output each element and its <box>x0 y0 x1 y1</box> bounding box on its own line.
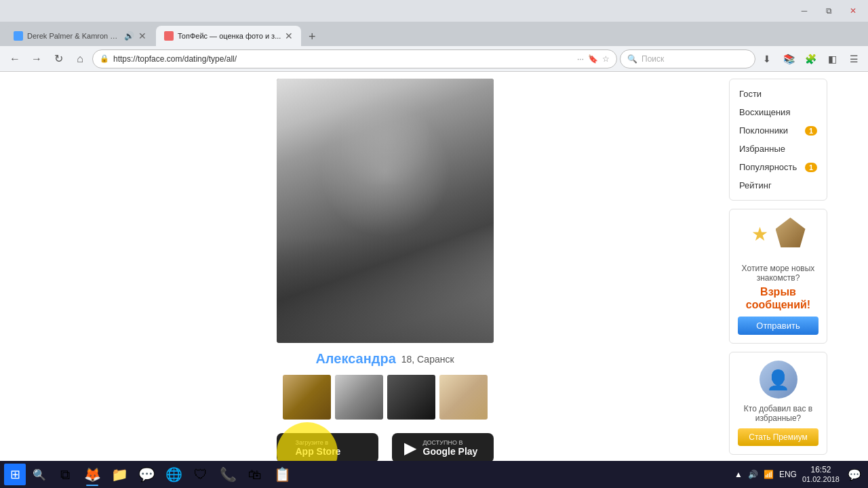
profile-meta: 18, Саранск <box>401 354 454 365</box>
tab-favicon-1 <box>14 31 23 41</box>
taskbar-tray: ▲ 🔊 📶 ENG 16:52 01.02.2018 💬 <box>734 465 864 484</box>
tab-derek[interactable]: Derek Palmer & Kamron Sc... 🔊 ✕ <box>5 26 155 46</box>
taskbar-search-button[interactable]: 🔍 <box>28 464 50 485</box>
taskbar-lang[interactable]: ENG <box>779 470 797 479</box>
page-content: Александра 18, Саранск Загрузите в App S… <box>0 72 868 461</box>
yellow-highlight <box>277 422 338 461</box>
menu-favorites[interactable]: Избранные <box>730 140 827 158</box>
sidebar-icon[interactable]: ◧ <box>823 50 841 68</box>
menu-popularity-label: Популярность <box>739 162 797 172</box>
promo-button[interactable]: Отправить <box>738 317 818 335</box>
tab-label-1: Derek Palmer & Kamron Sc... <box>27 32 120 40</box>
taskbar-chrome[interactable]: 🌐 <box>161 462 186 487</box>
play-icon: ▶ <box>404 439 416 458</box>
profile-name-row: Александра 18, Саранск <box>315 351 454 367</box>
taskbar-date: 01.02.2018 <box>802 475 840 484</box>
menu-popularity[interactable]: Популярность 1 <box>730 158 827 176</box>
googleplay-button[interactable]: ▶ ДОСТУПНО В Google Play <box>392 433 494 461</box>
browser-chrome: ─ ⧉ ✕ Derek Palmer & Kamron Sc... 🔊 ✕ То… <box>0 0 868 72</box>
promo-headline: Взрыв сообщений! <box>738 285 818 311</box>
menu-popularity-badge: 1 <box>805 163 817 172</box>
taskbar-whatsapp[interactable]: 💬 <box>134 462 159 487</box>
menu-icon[interactable]: ☰ <box>845 50 863 68</box>
googleplay-sublabel: ДОСТУПНО В <box>423 439 478 446</box>
center-content: Александра 18, Саранск Загрузите в App S… <box>41 72 729 461</box>
taskbar-firefox[interactable]: 🦊 <box>80 462 104 487</box>
promo-star-icon: ★ <box>751 223 768 245</box>
close-button[interactable]: ✕ <box>844 1 863 20</box>
back-button[interactable]: ← <box>5 49 24 68</box>
menu-guests-label: Гости <box>739 89 762 99</box>
search-placeholder: Поиск <box>642 54 664 64</box>
menu-fans[interactable]: Поклонники 1 <box>730 121 827 140</box>
who-added-card: 👤 Кто добавил вас в избранные? Стать Пре… <box>729 352 827 455</box>
menu-rating-label: Рейтинг <box>739 180 772 190</box>
reload-button[interactable]: ↻ <box>49 49 68 68</box>
menu-admiration[interactable]: Восхищения <box>730 103 827 121</box>
right-sidebar: Гости Восхищения Поклонники 1 Избранные … <box>729 72 827 461</box>
minimize-button[interactable]: ─ <box>795 1 814 20</box>
taskbar-up-arrow[interactable]: ▲ <box>734 470 743 479</box>
nav-right-icons: ⬇ 📚 🧩 ◧ ☰ <box>758 50 863 68</box>
menu-fans-badge: 1 <box>805 126 817 136</box>
who-added-text: Кто добавил вас в избранные? <box>738 404 818 423</box>
address-icons: ··· 🔖 ☆ <box>577 54 610 64</box>
taskbar-task-view[interactable]: ⧉ <box>53 462 77 487</box>
main-layout: Александра 18, Саранск Загрузите в App S… <box>27 72 841 461</box>
thumbnail-1[interactable] <box>283 375 331 420</box>
taskbar-time: 16:52 <box>802 465 840 474</box>
start-button[interactable]: ⊞ <box>4 464 26 485</box>
taskbar-explorer[interactable]: 📁 <box>107 462 132 487</box>
thumbnail-3[interactable] <box>387 375 435 420</box>
menu-card: Гости Восхищения Поклонники 1 Избранные … <box>729 79 827 201</box>
address-text: https://topface.com/dating/type/all/ <box>113 54 573 64</box>
promo-icon-area: ★ <box>751 218 806 258</box>
promo-title: Хотите море новых знакомств? <box>738 264 818 283</box>
extensions-icon[interactable]: 🧩 <box>802 50 819 68</box>
new-tab-button[interactable]: + <box>302 27 321 46</box>
tab-label-2: ТопФейс — оценка фото и з... <box>178 32 281 40</box>
title-bar: ─ ⧉ ✕ <box>0 0 868 22</box>
taskbar-notification-button[interactable]: 💬 <box>845 465 864 484</box>
forward-button[interactable]: → <box>27 49 46 68</box>
promo-diamond-icon <box>776 218 806 247</box>
download-icon[interactable]: ⬇ <box>758 50 776 68</box>
tab-bar: Derek Palmer & Kamron Sc... 🔊 ✕ ТопФейс … <box>0 22 868 46</box>
bookmarks-icon[interactable]: 📚 <box>780 50 797 68</box>
thumbnail-2[interactable] <box>335 375 383 420</box>
avatar-icon: 👤 <box>766 369 790 391</box>
menu-rating[interactable]: Рейтинг <box>730 176 827 195</box>
menu-fans-label: Поклонники <box>739 125 788 136</box>
restore-button[interactable]: ⧉ <box>819 1 838 20</box>
taskbar-security[interactable]: 🛡 <box>189 462 213 487</box>
menu-admiration-label: Восхищения <box>739 107 790 117</box>
premium-button[interactable]: Стать Премиум <box>738 428 818 446</box>
address-bar[interactable]: 🔒 https://topface.com/dating/type/all/ ·… <box>92 49 617 68</box>
taskbar: ⊞ 🔍 ⧉ 🦊 📁 💬 🌐 🛡 📞 🛍 📋 ▲ 🔊 📶 ENG 16:52 01… <box>0 461 868 488</box>
who-avatar: 👤 <box>760 361 797 399</box>
tab-close-2[interactable]: ✕ <box>285 30 293 41</box>
tab-topface[interactable]: ТопФейс — оценка фото и з... ✕ <box>156 26 301 46</box>
search-icon: 🔍 <box>627 54 637 64</box>
profile-photo[interactable] <box>277 79 494 343</box>
thumbnail-4[interactable] <box>439 375 488 420</box>
photo-image <box>277 79 494 343</box>
taskbar-unknown[interactable]: 📋 <box>270 462 294 487</box>
googleplay-label: Google Play <box>423 446 478 457</box>
tab-close-1[interactable]: ✕ <box>138 30 146 41</box>
googleplay-text: ДОСТУПНО В Google Play <box>423 439 478 457</box>
profile-name: Александра <box>315 351 395 367</box>
tab-favicon-2 <box>164 31 174 41</box>
lock-icon: 🔒 <box>100 54 109 63</box>
taskbar-volume-icon[interactable]: 🔊 <box>748 470 758 479</box>
taskbar-clock[interactable]: 16:52 01.02.2018 <box>802 465 840 484</box>
taskbar-skype[interactable]: 📞 <box>216 462 240 487</box>
promo-card: ★ Хотите море новых знакомств? Взрыв соо… <box>729 209 827 344</box>
taskbar-store[interactable]: 🛍 <box>243 462 267 487</box>
menu-favorites-label: Избранные <box>739 144 785 154</box>
home-button[interactable]: ⌂ <box>71 49 90 68</box>
search-bar[interactable]: 🔍 Поиск <box>620 49 755 68</box>
menu-guests[interactable]: Гости <box>730 85 827 103</box>
nav-bar: ← → ↻ ⌂ 🔒 https://topface.com/dating/typ… <box>0 46 868 72</box>
taskbar-network-icon[interactable]: 📶 <box>764 470 774 479</box>
